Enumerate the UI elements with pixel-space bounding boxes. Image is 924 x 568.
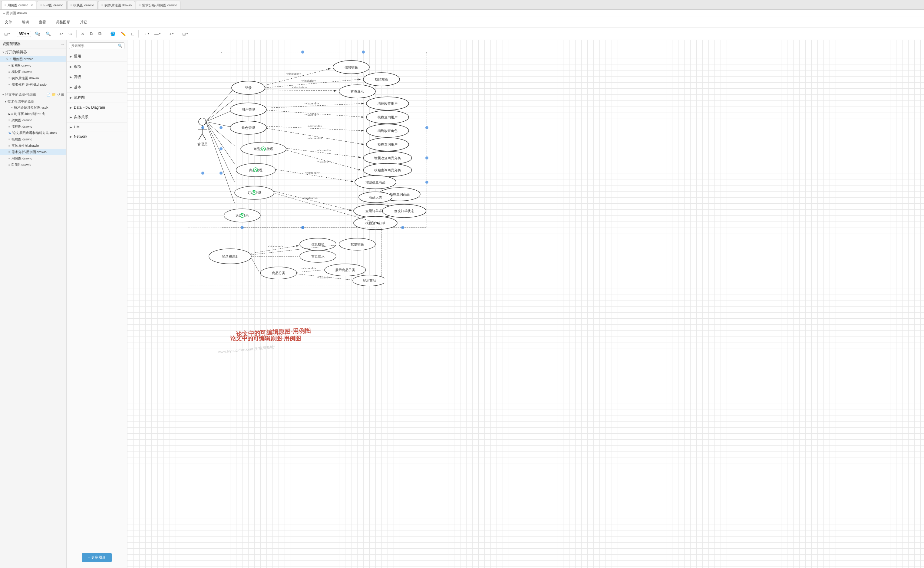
svg-text:模糊查询商品分类: 模糊查询商品分类 <box>374 168 401 172</box>
tree-item-label-usecase: 用例图.drawio <box>12 156 32 161</box>
delete-btn[interactable]: ✕ <box>79 30 86 38</box>
category-flowchart[interactable]: ▶ 流程图 <box>67 92 127 103</box>
tab-yongli[interactable]: ≡ 用例图.drawio ✕ <box>1 1 36 9</box>
tab-er[interactable]: ≡ E-R图.drawio <box>37 1 66 9</box>
section-action-refresh[interactable]: ↺ <box>57 92 60 97</box>
toolbar-sep-2 <box>55 30 55 38</box>
open-file-modular[interactable]: ≡ 模块图.drawio <box>0 69 66 75</box>
open-file-demand[interactable]: ≡ 需求分析-用例图.drawio <box>0 82 66 88</box>
category-basic[interactable]: ▶ 基本 <box>67 82 127 92</box>
tab-icon-entity: ≡ <box>101 4 103 7</box>
svg-line-123 <box>251 258 259 272</box>
search-input[interactable] <box>71 44 116 47</box>
menu-view[interactable]: 查看 <box>36 18 48 26</box>
open-editors-header[interactable]: ▾ 打开的编辑器 <box>0 48 66 56</box>
actor-admin[interactable]: 管理员 <box>197 118 207 146</box>
canvas-area[interactable]: 管理员 登录 <box>127 40 924 568</box>
rect-btn[interactable]: □ <box>130 30 136 38</box>
svg-text:模糊查询用户: 模糊查询用户 <box>378 142 398 146</box>
zoom-out-minus: - <box>50 32 51 35</box>
tree-flow[interactable]: ≡ 流程图.drawio <box>0 124 66 130</box>
canvas-inner[interactable]: 管理员 登录 <box>127 40 924 568</box>
tree-demand[interactable]: ≡ 需求分析-用例图.drawio <box>0 149 66 155</box>
svg-point-93 <box>201 126 204 129</box>
tab-modular[interactable]: ≡ 模块图.drawio <box>67 1 97 9</box>
toolbar: ⊞ ▾ 85% ▾ 🔍 + 🔍 - ↩ ↪ ✕ ⧉ ⧉ 🪣 ✏️ □ → ▾ <box>0 28 924 40</box>
category-general[interactable]: ▶ 通用 <box>67 51 127 62</box>
open-file-yongli[interactable]: ✕ ≡ 用例图.drawio <box>0 56 66 62</box>
file-icon-vsdx: ≡ <box>11 106 13 109</box>
arrow-btn[interactable]: → ▾ <box>141 30 151 38</box>
category-label-general: 通用 <box>74 54 81 59</box>
fill-btn[interactable]: 🪣 <box>108 30 117 38</box>
undo-btn[interactable]: ↩ <box>57 30 65 38</box>
svg-line-77 <box>274 191 351 210</box>
redo-icon: ↪ <box>68 32 72 36</box>
open-file-entity[interactable]: ≡ 实体属性图.drawio <box>0 75 66 82</box>
category-advanced[interactable]: ▶ 高级 <box>67 72 127 82</box>
tree-vsdx[interactable]: ≡ 技术介绍涉及的图.vsdx <box>0 104 66 111</box>
divider-1 <box>0 89 66 89</box>
open-file-label-demand: 需求分析-用例图.drawio <box>12 82 47 87</box>
svg-text:<<include>>: <<include>> <box>268 245 283 248</box>
file-icon-doc: W <box>9 131 11 134</box>
menu-adjust[interactable]: 调整图形 <box>53 18 73 26</box>
category-entity[interactable]: ▶ 实体关系 <box>67 112 127 122</box>
tree-usecase[interactable]: ≡ 用例图.drawio <box>0 155 66 162</box>
menu-edit[interactable]: 编辑 <box>20 18 32 26</box>
cat-arrow-general: ▶ <box>70 55 72 58</box>
menu-other[interactable]: 其它 <box>77 18 89 26</box>
add-btn[interactable]: + ▾ <box>168 30 175 38</box>
section-action-new[interactable]: 📄 <box>46 92 51 97</box>
tree-arch[interactable]: ≡ 架构图.drawio <box>0 117 66 124</box>
zoom-out-btn[interactable]: 🔍 - <box>44 30 52 38</box>
svg-text:✕: ✕ <box>254 168 257 172</box>
toolbar-layout-btn[interactable]: ⊞ ▾ <box>2 30 12 38</box>
line-btn[interactable]: — ▾ <box>153 30 162 38</box>
svg-text:登录: 登录 <box>245 86 252 89</box>
category-misc[interactable]: ▶ 杂项 <box>67 62 127 72</box>
svg-line-4 <box>202 134 206 140</box>
redo-btn[interactable]: ↪ <box>67 30 74 38</box>
sidebar-more-btn[interactable]: ··· <box>61 42 64 46</box>
tree-er[interactable]: ≡ E-R图.drawio <box>0 162 66 168</box>
file-icon-flow: ≡ <box>9 125 10 128</box>
search-box[interactable]: 🔍 <box>69 42 124 49</box>
category-uml[interactable]: ▶ UML <box>67 122 127 132</box>
svg-text:增删改查商品分类: 增删改查商品分类 <box>374 156 401 160</box>
tab-entity[interactable]: ≡ 实体属性图.drawio <box>98 1 135 9</box>
paste-btn[interactable]: ⧉ <box>97 30 103 38</box>
menu-file[interactable]: 文件 <box>2 18 15 26</box>
category-dfd[interactable]: ▶ Data Flow Diagram <box>67 103 127 112</box>
svg-text:修改订单状态: 修改订单状态 <box>394 209 414 213</box>
zoom-in-btn[interactable]: 🔍 + <box>33 30 42 38</box>
svg-text:<<extend>>: <<extend>> <box>305 171 320 174</box>
grid-btn[interactable]: ⊞ ▾ <box>180 30 189 38</box>
section-action-folder[interactable]: 📁 <box>52 92 56 97</box>
svg-text:✕: ✕ <box>253 190 256 195</box>
tree-sequence[interactable]: ▶ ≡ 时序图-idea插件生成 <box>0 111 66 117</box>
tree-entity[interactable]: ≡ 实体属性图.drawio <box>0 142 66 149</box>
menu-bar: 文件 编辑 查看 调整图形 其它 <box>0 17 924 28</box>
file-icon-module: ≡ <box>9 138 10 141</box>
tab-demand[interactable]: ≡ 需求分析-用例图.drawio <box>136 1 180 9</box>
section-main-label[interactable]: ▾ 论文中的原图·可编辑 📄 📁 ↺ ⊟ <box>0 91 66 97</box>
file-icon-yongli: ≡ <box>10 57 12 61</box>
svg-text:<<extend>>: <<extend>> <box>301 267 316 270</box>
open-editors-arrow: ▾ <box>2 51 4 54</box>
category-network[interactable]: ▶ Network <box>67 132 127 141</box>
open-file-er[interactable]: ≡ E-R图.drawio <box>0 62 66 69</box>
close-icon-yongli[interactable]: ✕ <box>6 58 9 61</box>
copy-btn[interactable]: ⧉ <box>88 30 95 38</box>
subsection-label[interactable]: ▾ 技术介绍中的原图 <box>0 97 66 104</box>
pen-btn[interactable]: ✏️ <box>119 30 128 38</box>
section-action-collapse[interactable]: ⊟ <box>61 92 64 97</box>
tab-close-yongli[interactable]: ✕ <box>30 4 33 7</box>
more-shapes-btn[interactable]: + 更多图形 <box>82 553 111 562</box>
tab-label-entity: 实体属性图.drawio <box>104 3 132 8</box>
breadcrumb: ≡ 用例图.drawio <box>0 10 924 17</box>
tree-doc[interactable]: W 论文原图查看和编辑方法.docx <box>0 130 66 136</box>
zoom-control[interactable]: 85% ▾ <box>17 31 31 37</box>
tree-module[interactable]: ≡ 模块图.drawio <box>0 136 66 142</box>
diagram-svg-2: 登录和注册 信息校验 权限校验 首页展示 商品分类 展示商品子类 <box>188 228 384 288</box>
